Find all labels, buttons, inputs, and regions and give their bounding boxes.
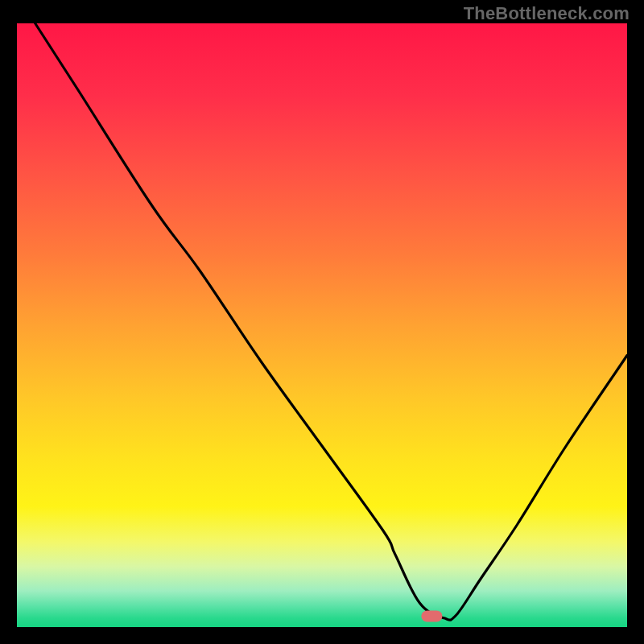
- chart-svg: [0, 0, 644, 644]
- optimum-marker: [421, 611, 442, 622]
- chart-frame: TheBottleneck.com: [0, 0, 644, 644]
- plot-background: [17, 23, 627, 627]
